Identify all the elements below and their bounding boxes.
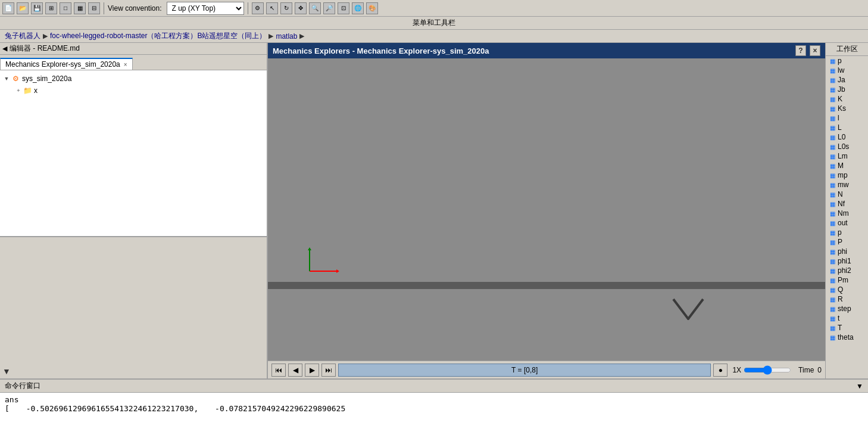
workspace-item-icon-6: ▦ (828, 114, 836, 122)
toolbar-icon-paint[interactable]: 🎨 (366, 2, 378, 14)
mechanics-tab[interactable]: Mechanics Explorer-sys_sim_2020a × (0, 58, 133, 70)
toolbar-icon-box2[interactable]: ▦ (74, 2, 86, 14)
toolbar-icon-fit[interactable]: ⊡ (338, 2, 349, 14)
workspace-item-out17[interactable]: ▦out (826, 218, 868, 228)
workspace-item-icon-25: ▦ (828, 295, 836, 303)
workspace-item-t27[interactable]: ▦t (826, 313, 868, 323)
toolbar-icon-settings[interactable]: ⚙ (252, 2, 264, 14)
workspace-item-Nm16[interactable]: ▦Nm (826, 209, 868, 218)
workspace-item-mw13[interactable]: ▦mw (826, 180, 868, 190)
workspace-item-lw1[interactable]: ▦lw (826, 66, 868, 75)
mechanics-close-btn[interactable]: × (810, 45, 820, 56)
workspace-item-L08[interactable]: ▦L0 (826, 132, 868, 142)
tree-expand-icon[interactable]: ▼ (2, 74, 11, 83)
workspace-item-Q24[interactable]: ▦Q (826, 285, 868, 294)
rewind-btn[interactable]: ⏮ (271, 364, 286, 377)
workspace-item-Pm23[interactable]: ▦Pm (826, 275, 868, 285)
play-btn[interactable]: ▶ (305, 364, 319, 377)
mechanics-title: Mechanics Explorers - Mechanics Explorer… (273, 46, 489, 55)
mechanics-viewport[interactable] (268, 58, 825, 361)
breadcrumb-matlab[interactable]: matlab (276, 32, 297, 41)
workspace-item-phi121[interactable]: ▦phi1 (826, 256, 868, 266)
svg-marker-1 (336, 269, 339, 273)
workspace-list: ▦p▦lw▦Ja▦Jb▦K▦Ks▦l▦L▦L0▦L0s▦Lm▦M▦mp▦mw▦N… (826, 56, 868, 378)
workspace-item-mp12[interactable]: ▦mp (826, 170, 868, 180)
command-content[interactable]: ans [ -0.5026961296961655413224612232170… (0, 393, 868, 444)
workspace-item-icon-23: ▦ (828, 276, 836, 284)
toolbar-icon-zoomout[interactable]: 🔎 (323, 2, 335, 14)
workspace-panel: 工作区 ▦p▦lw▦Ja▦Jb▦K▦Ks▦l▦L▦L0▦L0s▦Lm▦M▦mp▦… (825, 43, 868, 378)
workspace-item-icon-10: ▦ (828, 152, 836, 160)
workspace-item-phi222[interactable]: ▦phi2 (826, 266, 868, 275)
workspace-item-label-20: phi (838, 247, 847, 256)
workspace-item-Ja2[interactable]: ▦Ja (826, 75, 868, 85)
toggle-arrow[interactable]: ◀ (2, 45, 7, 52)
workspace-item-icon-14: ▦ (828, 190, 836, 198)
tree-child-expand[interactable]: + (14, 86, 23, 95)
workspace-item-label-6: l (838, 114, 839, 122)
workspace-item-label-11: M (838, 162, 844, 170)
workspace-item-icon-9: ▦ (828, 142, 836, 151)
tree-root-item[interactable]: ▼ ⚙ sys_sim_2020a (2, 73, 264, 85)
next-btn[interactable]: ⏭ (321, 364, 336, 377)
workspace-item-icon-19: ▦ (828, 238, 836, 246)
workspace-item-Lm10[interactable]: ▦Lm (826, 151, 868, 161)
cmd-collapse-btn[interactable]: ▼ (856, 382, 863, 390)
speed-slider[interactable] (744, 365, 791, 375)
time-slider[interactable]: T = [0,8] (338, 364, 711, 377)
workspace-item-p0[interactable]: ▦p (826, 56, 868, 66)
workspace-item-label-9: L0s (838, 142, 849, 151)
workspace-item-p18[interactable]: ▦p (826, 228, 868, 237)
workspace-item-label-8: L0 (838, 133, 845, 141)
cmd-ans-line: ans (5, 395, 863, 404)
view-convention-select[interactable]: Z up (XY Top) Z up (XY Front) Y up Z dow… (167, 2, 244, 15)
toolbar-icon-pan[interactable]: ✥ (295, 2, 307, 14)
toolbar-sep-1 (104, 2, 104, 14)
toolbar-icon-zoomin[interactable]: 🔍 (309, 2, 321, 14)
toolbar-icon-new[interactable]: 📄 (2, 2, 14, 14)
tree-child-item[interactable]: + 📁 x (2, 85, 264, 97)
prev-btn[interactable]: ◀ (288, 364, 302, 377)
left-bottom-arrow[interactable]: ▼ (2, 367, 11, 376)
workspace-item-T28[interactable]: ▦T (826, 323, 868, 333)
workspace-item-l6[interactable]: ▦l (826, 113, 868, 123)
workspace-item-step26[interactable]: ▦step (826, 304, 868, 313)
workspace-item-Nf15[interactable]: ▦Nf (826, 199, 868, 209)
workspace-item-L7[interactable]: ▦L (826, 123, 868, 132)
workspace-item-L0s9[interactable]: ▦L0s (826, 142, 868, 151)
toolbar-icon-box[interactable]: □ (60, 2, 71, 14)
toolbar-icon-split[interactable]: ⊟ (88, 2, 100, 14)
mechanics-question-btn[interactable]: ? (795, 45, 806, 56)
playback-end-btn[interactable]: ● (713, 364, 728, 377)
breadcrumb-path[interactable]: foc-wheel-legged-robot-master（哈工程方案）B站遥想… (50, 31, 266, 41)
workspace-item-label-23: Pm (838, 276, 848, 284)
toolbar-icon-save[interactable]: 💾 (31, 2, 43, 14)
workspace-item-theta29[interactable]: ▦theta (826, 333, 868, 342)
workspace-item-R25[interactable]: ▦R (826, 294, 868, 304)
toolbar-icon-globe[interactable]: 🌐 (352, 2, 364, 14)
workspace-item-icon-0: ▦ (828, 57, 836, 65)
mechanics-titlebar: Mechanics Explorers - Mechanics Explorer… (268, 43, 825, 58)
breadcrumb-arrow-3: ▶ (299, 32, 304, 40)
workspace-item-icon-7: ▦ (828, 123, 836, 132)
toolbar-icon-grid[interactable]: ⊞ (45, 2, 57, 14)
workspace-item-Ks5[interactable]: ▦Ks (826, 104, 868, 113)
workspace-item-P19[interactable]: ▦P (826, 237, 868, 247)
toolbar-icon-cursor[interactable]: ↖ (266, 2, 278, 14)
toolbar-icon-open[interactable]: 📂 (17, 2, 29, 14)
workspace-item-phi20[interactable]: ▦phi (826, 247, 868, 256)
workspace-item-K4[interactable]: ▦K (826, 94, 868, 104)
workspace-item-Jb3[interactable]: ▦Jb (826, 85, 868, 94)
tab-close-btn[interactable]: × (124, 61, 127, 68)
workspace-item-label-17: out (838, 219, 848, 227)
tree-folder-icon: 📁 (23, 86, 32, 95)
view-convention-label: View convention: (108, 4, 162, 13)
workspace-item-icon-8: ▦ (828, 133, 836, 141)
breadcrumb-home[interactable]: 兔子机器人 (5, 31, 40, 41)
toolbar-icon-rotate[interactable]: ↻ (280, 2, 292, 14)
workspace-item-label-25: R (838, 295, 843, 303)
cmd-matrix-line: [ -0.502696129696165541322461223217030, … (5, 404, 863, 413)
workspace-item-icon-21: ▦ (828, 257, 836, 265)
workspace-item-M11[interactable]: ▦M (826, 161, 868, 170)
workspace-item-N14[interactable]: ▦N (826, 190, 868, 199)
